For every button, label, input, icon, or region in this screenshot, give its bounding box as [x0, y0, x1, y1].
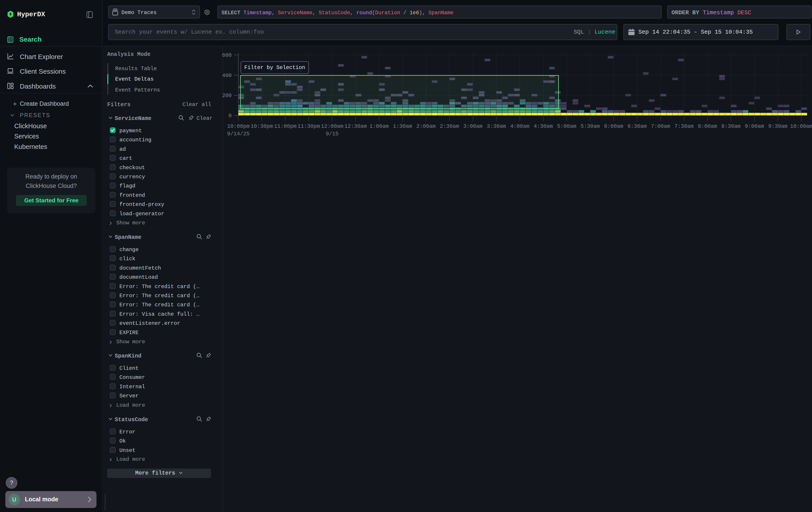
svg-text:6:30am: 6:30am [628, 123, 646, 129]
svg-text:10:30pm: 10:30pm [251, 123, 273, 129]
svg-text:8:00am: 8:00am [698, 123, 717, 129]
svg-text:200: 200 [222, 92, 232, 99]
svg-text:3:00am: 3:00am [463, 123, 483, 129]
svg-text:10:00pm: 10:00pm [227, 123, 250, 129]
svg-text:12:30am: 12:30am [344, 123, 367, 129]
svg-text:5:30am: 5:30am [581, 123, 600, 129]
svg-text:600: 600 [222, 52, 232, 58]
svg-text:400: 400 [222, 73, 232, 79]
svg-text:1:30am: 1:30am [393, 123, 412, 129]
svg-text:2:30am: 2:30am [440, 123, 459, 129]
svg-text:3:30am: 3:30am [487, 123, 506, 129]
svg-text:4:30am: 4:30am [533, 123, 553, 129]
svg-text:2:00am: 2:00am [416, 123, 436, 129]
svg-text:11:00pm: 11:00pm [274, 123, 297, 129]
svg-text:9/14/25: 9/14/25 [227, 131, 250, 137]
svg-text:5:00am: 5:00am [557, 123, 576, 129]
svg-text:12:00am: 12:00am [321, 123, 344, 129]
svg-text:9/15: 9/15 [326, 131, 339, 137]
svg-text:7:30am: 7:30am [674, 123, 694, 129]
svg-text:9:00am: 9:00am [745, 123, 764, 129]
svg-text:10:00am: 10:00am [790, 123, 812, 129]
svg-text:9:30am: 9:30am [768, 123, 787, 129]
svg-text:4:00am: 4:00am [510, 123, 529, 129]
svg-text:11:30pm: 11:30pm [297, 123, 320, 129]
svg-text:7:00am: 7:00am [651, 123, 670, 129]
svg-text:6:00am: 6:00am [604, 123, 623, 129]
svg-text:1:00am: 1:00am [370, 123, 389, 129]
svg-text:0: 0 [229, 113, 232, 119]
svg-text:8:30am: 8:30am [721, 123, 741, 129]
